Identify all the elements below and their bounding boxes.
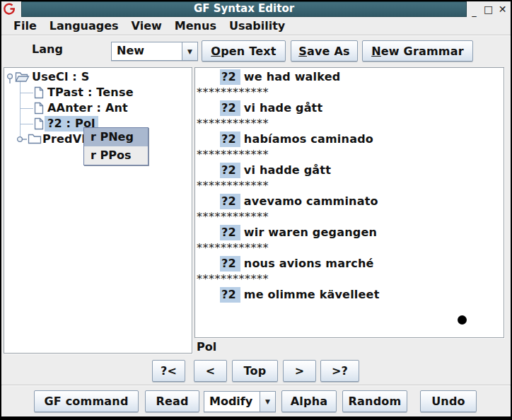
chevron-down-icon[interactable]: ▼	[260, 392, 275, 412]
separator-line: ************	[195, 85, 504, 100]
status-label: Pol	[197, 340, 216, 354]
tree-node-label: TPast : Tense	[47, 85, 134, 100]
syntax-tree-panel[interactable]: UseCl : S TPast : Tense AAnter : Ant ?2 …	[4, 67, 192, 354]
metavariable-token[interactable]: ?2	[220, 287, 240, 303]
chevron-down-icon[interactable]: ▼	[182, 42, 197, 60]
metavariable-token[interactable]: ?2	[220, 69, 240, 85]
maximize-button[interactable]: □	[482, 3, 494, 16]
menu-file[interactable]: File	[7, 19, 43, 33]
separator-line: ************	[195, 209, 504, 225]
top-button[interactable]: Top	[232, 360, 278, 382]
new-grammar-label: ew Grammar	[381, 45, 464, 58]
separator-line: ************	[195, 147, 504, 163]
save-as-label: ave As	[307, 45, 350, 58]
closed-folder-icon	[28, 133, 42, 144]
sentence-text: nous avions marché	[244, 257, 374, 270]
lang-combobox[interactable]: New ▼	[111, 42, 198, 61]
separator-line: ************	[195, 178, 504, 194]
popup-item-ppos[interactable]: r PPos	[84, 146, 148, 165]
file-icon	[34, 117, 44, 130]
window-title: GF Syntax Editor	[194, 2, 294, 15]
close-button[interactable]: ✕	[496, 3, 508, 16]
menu-usability[interactable]: Usability	[223, 19, 291, 33]
tree-expanded-handle-icon[interactable]	[6, 72, 14, 85]
linearization-line-english: ?2we had walked	[195, 69, 504, 85]
sentence-text: habíamos caminado	[244, 132, 373, 146]
sentence-text: avevamo camminato	[244, 194, 378, 208]
save-as-mnemonic: S	[298, 45, 307, 58]
app-window: GF Syntax Editor _ □ ✕ File Languages Vi…	[0, 0, 512, 420]
prev-button[interactable]: <	[194, 360, 227, 382]
lang-label: Lang	[32, 42, 63, 56]
prev-metavariable-button[interactable]: ?<	[152, 360, 185, 382]
menu-view[interactable]: View	[125, 19, 168, 33]
file-icon	[34, 102, 44, 115]
sentence-text: wir waren gegangen	[244, 226, 377, 239]
linearization-line-german: ?2wir waren gegangen	[195, 225, 504, 240]
menu-menus[interactable]: Menus	[168, 19, 223, 33]
tree-node-label: AAnter : Ant	[47, 100, 128, 116]
random-button[interactable]: Random	[342, 390, 407, 412]
new-grammar-button[interactable]: New Grammar	[362, 40, 473, 62]
separator-line: ************	[195, 116, 504, 132]
linearization-panel[interactable]: ?2we had walked ************ ?2vi hade g…	[194, 67, 504, 338]
undo-button[interactable]: Undo	[420, 390, 477, 412]
tree-node-label: UseCl : S	[32, 69, 89, 85]
gf-command-button[interactable]: GF command	[34, 390, 139, 412]
sentence-text: me olimme kävelleet	[244, 288, 380, 301]
metavariable-token[interactable]: ?2	[220, 163, 240, 178]
sentence-text: vi hade gått	[244, 101, 323, 115]
sentence-text: vi hadde gått	[244, 163, 331, 177]
popup-item-pneg[interactable]: r PNeg	[84, 128, 148, 146]
open-folder-icon	[15, 71, 30, 83]
linearization-line-italian: ?2avevamo camminato	[195, 194, 504, 209]
window-controls: _ □ ✕	[468, 2, 508, 16]
file-icon	[34, 86, 44, 99]
menu-bar: File Languages View Menus Usability	[1, 17, 511, 35]
title-bar: GF Syntax Editor _ □ ✕	[1, 1, 511, 17]
sentence-text: we had walked	[244, 70, 341, 83]
tree-node-aanter[interactable]: AAnter : Ant	[4, 100, 192, 116]
metavariable-token[interactable]: ?2	[220, 225, 240, 240]
title-strip[interactable]: GF Syntax Editor	[21, 1, 467, 17]
modify-combobox[interactable]: Modify ▼	[204, 391, 276, 412]
read-button[interactable]: Read	[145, 390, 199, 412]
lang-combobox-value: New	[112, 42, 182, 60]
open-text-label: pen Text	[221, 45, 276, 58]
alpha-button[interactable]: Alpha	[281, 390, 337, 412]
refinement-popup-menu: r PNeg r PPos	[83, 127, 149, 165]
metavariable-token[interactable]: ?2	[220, 194, 240, 209]
gf-logo-icon	[2, 1, 16, 16]
drag-dot	[458, 315, 467, 325]
linearization-line-swedish: ?2vi hade gått	[195, 100, 504, 116]
save-as-button[interactable]: Save As	[291, 40, 358, 62]
separator-line: ************	[195, 240, 504, 256]
metavariable-token[interactable]: ?2	[220, 256, 240, 272]
linearization-line-norwegian: ?2vi hadde gått	[195, 163, 504, 178]
modify-combobox-value: Modify	[204, 392, 260, 412]
next-button[interactable]: >	[283, 360, 316, 382]
linearization-line-spanish: ?2habíamos caminado	[195, 132, 504, 147]
menu-languages[interactable]: Languages	[43, 19, 125, 33]
tree-node-tpast[interactable]: TPast : Tense	[4, 85, 192, 100]
open-text-mnemonic: O	[211, 45, 221, 58]
menubar-separator	[1, 35, 511, 36]
minimize-button[interactable]: _	[468, 3, 480, 16]
separator-line: ************	[195, 272, 504, 287]
linearization-line-finnish: ?2me olimme kävelleet	[195, 287, 504, 303]
tree-collapsed-handle-icon[interactable]	[16, 135, 28, 144]
metavariable-token[interactable]: ?2	[220, 132, 240, 147]
tree-node-usecl[interactable]: UseCl : S	[4, 69, 192, 85]
linearization-line-french: ?2nous avions marché	[195, 256, 504, 272]
new-grammar-mnemonic: N	[371, 45, 381, 58]
bottombar-separator	[1, 385, 511, 386]
metavariable-token[interactable]: ?2	[220, 100, 240, 116]
next-metavariable-button[interactable]: >?	[320, 360, 359, 382]
open-text-button[interactable]: Open Text	[202, 40, 286, 62]
